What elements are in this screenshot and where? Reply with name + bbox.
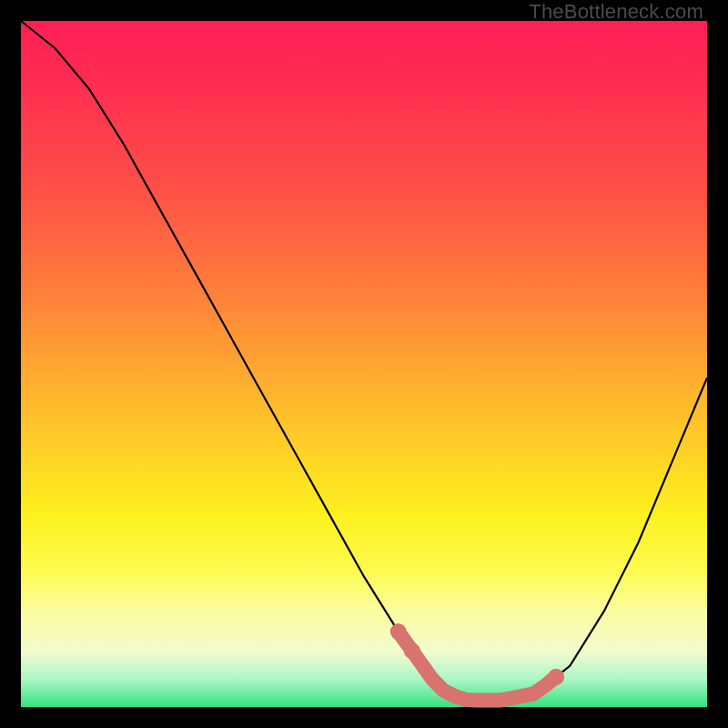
optimal-range-segment bbox=[399, 632, 556, 700]
chart-overlay bbox=[21, 21, 707, 707]
bottleneck-curve bbox=[21, 21, 707, 701]
highlight-dot bbox=[548, 669, 564, 685]
highlight-dot bbox=[404, 642, 420, 659]
highlight-dots bbox=[390, 623, 564, 685]
chart-frame: TheBottleneck.com bbox=[0, 0, 728, 728]
highlight-dot bbox=[390, 623, 407, 640]
